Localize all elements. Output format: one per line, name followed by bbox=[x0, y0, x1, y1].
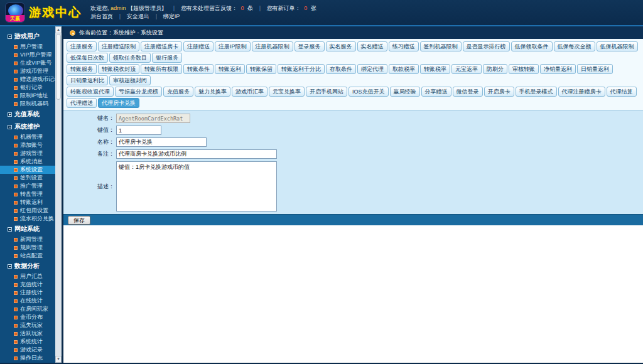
tab-1-5[interactable]: 转账保留 bbox=[246, 64, 276, 74]
tab-0-5[interactable]: 注册机器限制 bbox=[252, 41, 293, 51]
sidebar-item-4-5[interactable]: 金币分布 bbox=[0, 313, 55, 321]
sidebar-item-0-0[interactable]: 用户管理 bbox=[0, 43, 55, 51]
tab-1-6[interactable]: 转账返利千分比 bbox=[278, 64, 325, 74]
tab-1-15[interactable]: 日销量返利 bbox=[577, 64, 613, 74]
tab-0-0[interactable]: 注册服务 bbox=[67, 41, 97, 51]
sidebar-item-4-8[interactable]: 系统统计 bbox=[0, 338, 55, 346]
sidebar-item-2-8[interactable]: 转账返利 bbox=[0, 198, 55, 206]
tab-1-0[interactable]: 转账服务 bbox=[67, 64, 97, 74]
sidebar-item-4-3[interactable]: 在线统计 bbox=[0, 297, 55, 305]
tab-1-9[interactable]: 取款税率 bbox=[389, 64, 419, 74]
keyname-input[interactable] bbox=[116, 114, 190, 123]
keyvalue-input[interactable] bbox=[116, 126, 161, 135]
tab-1-12[interactable]: 防刷分 bbox=[483, 64, 507, 74]
sidebar-item-4-0[interactable]: 用户汇总 bbox=[0, 272, 55, 281]
sidebar-section-2[interactable]: 系统维护 bbox=[0, 120, 55, 133]
tab-0-16[interactable]: 领取任务数目 bbox=[109, 53, 151, 63]
sidebar-item-4-7[interactable]: 活跃玩家 bbox=[0, 329, 55, 338]
tab-0-17[interactable]: 银行服务 bbox=[152, 53, 182, 63]
scrollbar-thumb[interactable] bbox=[56, 34, 61, 100]
sidebar-item-3-0[interactable]: 新闻管理 bbox=[0, 235, 55, 244]
tab-1-13[interactable]: 审核转账 bbox=[509, 64, 539, 74]
tab-2-9[interactable]: 分享赠送 bbox=[421, 87, 451, 97]
scroll-up-icon[interactable]: ▲ bbox=[55, 26, 62, 33]
link-safe-logout[interactable]: 安全退出 bbox=[127, 13, 149, 19]
link-bind-ip[interactable]: 绑定IP bbox=[163, 13, 180, 19]
tab-2-3[interactable]: 魅力兑换率 bbox=[195, 87, 230, 97]
tab-2-4[interactable]: 游戏币汇率 bbox=[232, 87, 267, 97]
tab-1-7[interactable]: 存取条件 bbox=[326, 64, 356, 74]
sidebar-item-4-2[interactable]: 注册统计 bbox=[0, 289, 55, 297]
tab-0-12[interactable]: 低保领取条件 bbox=[511, 41, 553, 51]
tab-0-11[interactable]: 是否显示排行榜 bbox=[463, 41, 510, 51]
sidebar-item-0-2[interactable]: 生成VIP账号 bbox=[0, 59, 55, 67]
tab-2-11[interactable]: 开启房卡 bbox=[484, 87, 514, 97]
tab-0-7[interactable]: 实名服务 bbox=[326, 41, 356, 51]
tab-1-2[interactable]: 转账所有权限 bbox=[141, 64, 182, 74]
sidebar-item-2-3[interactable]: 系统消息 bbox=[0, 158, 55, 166]
sidebar-item-2-6[interactable]: 推广管理 bbox=[0, 182, 55, 190]
tab-2-13[interactable]: 代理注册赠房卡 bbox=[558, 87, 605, 97]
remark-input[interactable] bbox=[116, 149, 277, 159]
tab-0-2[interactable]: 注册赠送房卡 bbox=[141, 41, 182, 51]
sidebar-item-2-10[interactable]: 流水积分兑换 bbox=[0, 215, 55, 223]
tab-0-13[interactable]: 低保每次金额 bbox=[554, 41, 595, 51]
sidebar-item-0-4[interactable]: 赠送游戏币记录 bbox=[0, 75, 55, 83]
sidebar-item-2-1[interactable]: 添加账号 bbox=[0, 141, 55, 149]
tab-2-15[interactable]: 代理赠送 bbox=[67, 98, 97, 108]
tab-1-17[interactable]: 审核超额封闭 bbox=[109, 75, 151, 85]
tab-2-2[interactable]: 充值服务 bbox=[163, 87, 193, 97]
tab-1-4[interactable]: 转账返利 bbox=[215, 64, 245, 74]
sidebar-item-0-6[interactable]: 限制IP地址 bbox=[0, 92, 55, 100]
sidebar-item-2-2[interactable]: 游戏管理 bbox=[0, 149, 55, 158]
sidebar-item-3-2[interactable]: 站点配置 bbox=[0, 252, 55, 260]
tab-1-16[interactable]: 日销量返利比 bbox=[67, 75, 108, 85]
sidebar-item-4-1[interactable]: 充值统计 bbox=[0, 281, 55, 289]
sidebar-section-0[interactable]: 游戏用户 bbox=[0, 30, 55, 43]
tab-1-1[interactable]: 转账税收封顶 bbox=[98, 64, 139, 74]
tab-2-6[interactable]: 开启手机网站 bbox=[306, 87, 347, 97]
tab-2-7[interactable]: IOS充值开关 bbox=[349, 87, 389, 97]
sidebar-item-4-4[interactable]: 在房间玩家 bbox=[0, 305, 55, 313]
sidebar-section-1[interactable]: 充值系统 bbox=[0, 108, 55, 120]
sidebar-item-0-1[interactable]: VIP用户管理 bbox=[0, 51, 55, 59]
scroll-down-icon[interactable]: ▼ bbox=[55, 356, 62, 363]
tab-1-8[interactable]: 绑定代理 bbox=[357, 64, 387, 74]
sidebar-item-0-5[interactable]: 银行记录 bbox=[0, 83, 55, 92]
link-backend-home[interactable]: 后台首页 bbox=[90, 13, 113, 19]
sidebar-item-4-10[interactable]: 操作日志 bbox=[0, 354, 55, 362]
sidebar-scrollbar[interactable]: ▲ ▼ bbox=[55, 26, 62, 363]
tab-2-8[interactable]: 赢局经验 bbox=[390, 87, 420, 97]
tab-0-4[interactable]: 注册IP限制 bbox=[215, 41, 251, 51]
tab-2-14[interactable]: 代理结算 bbox=[607, 87, 637, 97]
sidebar-item-4-6[interactable]: 流失玩家 bbox=[0, 321, 55, 329]
sidebar-item-0-3[interactable]: 游戏币管理 bbox=[0, 67, 55, 75]
tab-2-12[interactable]: 手机登录模式 bbox=[516, 87, 557, 97]
tab-0-15[interactable]: 低保每日次数 bbox=[67, 53, 108, 63]
tab-2-1[interactable]: 亏损赢分龙虎榜 bbox=[115, 87, 162, 97]
tab-1-10[interactable]: 转账税率 bbox=[420, 64, 450, 74]
tab-2-5[interactable]: 元宝兑换率 bbox=[269, 87, 305, 97]
sidebar-item-4-9[interactable]: 游戏记录 bbox=[0, 346, 55, 354]
tab-0-8[interactable]: 实名赠送 bbox=[357, 41, 387, 51]
sidebar-item-2-0[interactable]: 机器管理 bbox=[0, 133, 55, 141]
sidebar-item-3-1[interactable]: 规则管理 bbox=[0, 244, 55, 252]
desc-textarea[interactable]: 键值：1房卡兑换游戏币的值 bbox=[116, 161, 277, 211]
tab-2-0[interactable]: 转账税收返代理 bbox=[67, 87, 114, 97]
tab-1-14[interactable]: 净销量返利 bbox=[540, 64, 576, 74]
save-button[interactable]: 保存 bbox=[68, 216, 90, 225]
tab-0-14[interactable]: 低保机器限制 bbox=[597, 41, 638, 51]
sidebar-item-2-5[interactable]: 签到设置 bbox=[0, 174, 55, 182]
tab-0-9[interactable]: 练习赠送 bbox=[389, 41, 419, 51]
sidebar-section-3[interactable]: 网站系统 bbox=[0, 223, 55, 235]
tab-0-6[interactable]: 登录服务 bbox=[294, 41, 325, 51]
sidebar-item-2-7[interactable]: 转盘管理 bbox=[0, 190, 55, 198]
tab-0-10[interactable]: 签到机器限制 bbox=[420, 41, 462, 51]
tab-1-3[interactable]: 转账条件 bbox=[183, 64, 213, 74]
sidebar-item-0-7[interactable]: 限制机器码 bbox=[0, 100, 55, 108]
tab-2-10[interactable]: 微信登录 bbox=[453, 87, 483, 97]
tab-2-16[interactable]: 代理房卡兑换 bbox=[98, 98, 139, 108]
sidebar-item-2-9[interactable]: 红包雨设置 bbox=[0, 206, 55, 215]
tab-0-1[interactable]: 注册赠送限制 bbox=[98, 41, 139, 51]
tab-0-3[interactable]: 注册赠送 bbox=[183, 41, 213, 51]
